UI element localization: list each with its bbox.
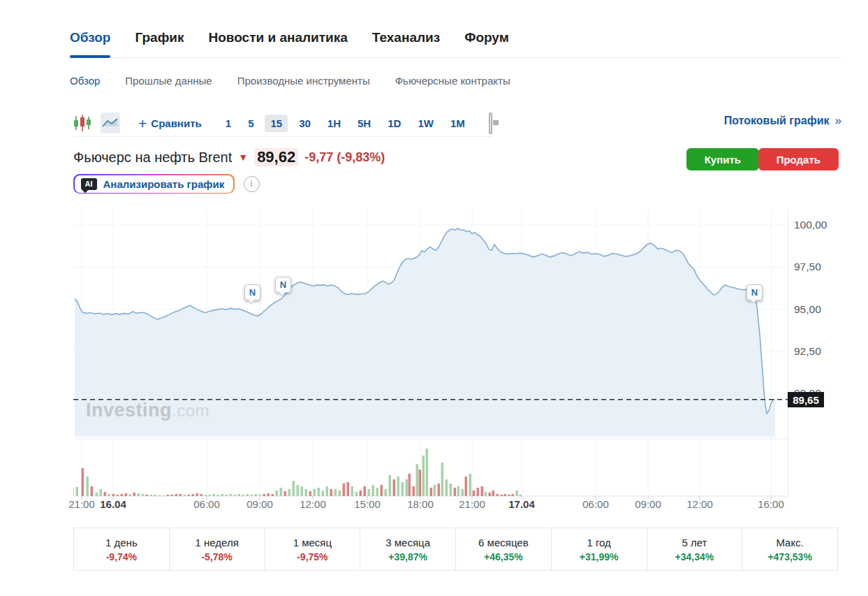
analyze-chart-ai-button[interactable]: AI Анализировать график <box>73 174 235 194</box>
main-tab-Теханализ[interactable]: Теханализ <box>372 30 440 45</box>
perf-cell: 5 лет+34,34% <box>647 528 743 570</box>
x-axis-label: 15:00 <box>354 498 381 510</box>
perf-period-label: 6 месяцев <box>478 537 529 548</box>
interval-1H[interactable]: 1H <box>322 115 346 132</box>
y-axis-label: 97,50 <box>794 261 821 273</box>
investing-watermark: Investing.com <box>86 400 209 421</box>
instrument-name: Фьючерс на нефть Brent <box>73 150 232 166</box>
perf-period-label: 1 день <box>105 537 138 548</box>
info-icon[interactable]: i <box>244 176 260 192</box>
y-axis-label: 100,00 <box>794 219 827 231</box>
current-price-tag: 89,65 <box>788 392 824 407</box>
interval-5[interactable]: 5 <box>242 115 259 132</box>
x-axis-label: 09:00 <box>247 498 273 510</box>
main-tab-Новости и аналитика[interactable]: Новости и аналитика <box>209 30 348 45</box>
perf-value: -9,74% <box>106 551 137 562</box>
x-axis-label: 09:00 <box>635 498 661 510</box>
sub-tab-Производные инструменты[interactable]: Производные инструменты <box>237 75 370 87</box>
perf-value: +46,35% <box>484 551 523 562</box>
x-axis-label: 17.04 <box>508 498 535 510</box>
area-chart-icon[interactable] <box>101 112 120 133</box>
compare-button[interactable]: + Сравнить <box>138 116 202 131</box>
interval-1D[interactable]: 1D <box>382 115 406 132</box>
perf-value: -9,75% <box>297 551 328 562</box>
ai-row: AI Анализировать график i <box>73 174 260 194</box>
last-price: 89,62 <box>254 148 298 166</box>
perf-period-label: 1 месяц <box>293 537 332 548</box>
x-axis-label: 18:00 <box>407 498 434 510</box>
plus-icon: + <box>138 116 147 131</box>
interval-30[interactable]: 30 <box>293 115 316 132</box>
instrument-overview-page: ОбзорГрафикНовости и аналитикаТеханализФ… <box>0 0 868 596</box>
interval-1M[interactable]: 1M <box>445 115 471 132</box>
interval-15[interactable]: 15 <box>265 115 288 132</box>
interval-selector: 1515301H5H1D1W1M <box>220 115 471 132</box>
perf-period-label: 1 год <box>587 537 610 548</box>
perf-period-label: 3 месяца <box>385 537 430 548</box>
ai-icon: AI <box>81 178 97 190</box>
x-axis-label: 06:00 <box>193 498 220 510</box>
x-axis-label: 21:00 <box>68 498 95 510</box>
chart-toolbar: + Сравнить 1515301H5H1D1W1M Потоковый гр… <box>73 110 841 138</box>
chart-canvas[interactable] <box>73 208 841 523</box>
perf-cell: 1 месяц-9,75% <box>265 528 361 570</box>
perf-period-label: 5 лет <box>682 537 707 548</box>
x-axis-label: 16.04 <box>100 498 126 510</box>
sub-tab-bar: ОбзорПрошлые данныеПроизводные инструмен… <box>70 75 510 87</box>
instrument-header: Фьючерс на нефть Brent ▼ 89,62 -9,77 (-9… <box>73 145 385 169</box>
main-tab-Обзор[interactable]: Обзор <box>70 30 110 45</box>
x-axis-label: 16:00 <box>758 498 784 510</box>
streaming-chart-link[interactable]: Потоковый график » <box>724 114 841 128</box>
y-axis-label: 92,50 <box>794 345 821 358</box>
sell-button[interactable]: Продать <box>758 148 839 170</box>
price-chart[interactable]: Investing.com 89,65 100,0097,5095,0092,5… <box>0 208 868 523</box>
perf-cell: 6 месяцев+46,35% <box>456 528 552 570</box>
news-on-chart-icon[interactable] <box>489 112 492 134</box>
perf-value: +473,53% <box>767 551 811 562</box>
main-tab-Форум[interactable]: Форум <box>464 30 509 45</box>
perf-value: +34,34% <box>675 551 714 562</box>
main-tab-График[interactable]: График <box>135 30 184 45</box>
news-marker[interactable]: N <box>244 284 260 300</box>
price-change: -9,77 (-9,83%) <box>304 150 385 165</box>
sub-tab-Фьючерсные контракты[interactable]: Фьючерсные контракты <box>395 75 510 87</box>
perf-value: -5,78% <box>201 551 232 562</box>
perf-cell: 1 неделя-5,78% <box>170 528 265 570</box>
perf-cell: 1 год+31,99% <box>552 528 647 570</box>
performance-table: 1 день-9,74%1 неделя-5,78%1 месяц-9,75%3… <box>73 528 838 571</box>
buy-button[interactable]: Купить <box>686 148 759 170</box>
perf-cell: 1 день-9,74% <box>74 528 170 570</box>
x-axis-label: 21:00 <box>459 498 485 510</box>
chevron-right-icon: » <box>835 114 841 128</box>
perf-value: +31,99% <box>580 551 619 562</box>
price-down-arrow-icon: ▼ <box>238 152 248 163</box>
x-axis-label: 12:00 <box>686 498 713 510</box>
interval-5H[interactable]: 5H <box>352 115 376 132</box>
perf-period-label: 1 неделя <box>195 537 238 548</box>
interval-1[interactable]: 1 <box>220 115 237 132</box>
perf-period-label: Макс. <box>776 537 803 548</box>
perf-cell: Макс.+473,53% <box>742 528 837 570</box>
perf-value: +39,87% <box>388 551 427 562</box>
y-axis-label: 95,00 <box>794 303 821 316</box>
main-tab-bar: ОбзорГрафикНовости и аналитикаТеханализФ… <box>70 30 841 58</box>
x-axis-label: 06:00 <box>582 498 609 510</box>
interval-1W[interactable]: 1W <box>412 115 439 132</box>
news-marker[interactable]: N <box>275 277 291 293</box>
candlestick-chart-icon[interactable] <box>73 115 92 131</box>
perf-cell: 3 месяца+39,87% <box>360 528 456 570</box>
news-marker[interactable]: N <box>746 284 763 300</box>
sub-tab-Обзор[interactable]: Обзор <box>70 75 100 87</box>
chart-tools: + Сравнить 1515301H5H1D1W1M <box>73 110 492 137</box>
sub-tab-Прошлые данные[interactable]: Прошлые данные <box>125 75 212 87</box>
x-axis-label: 12:00 <box>300 498 326 510</box>
